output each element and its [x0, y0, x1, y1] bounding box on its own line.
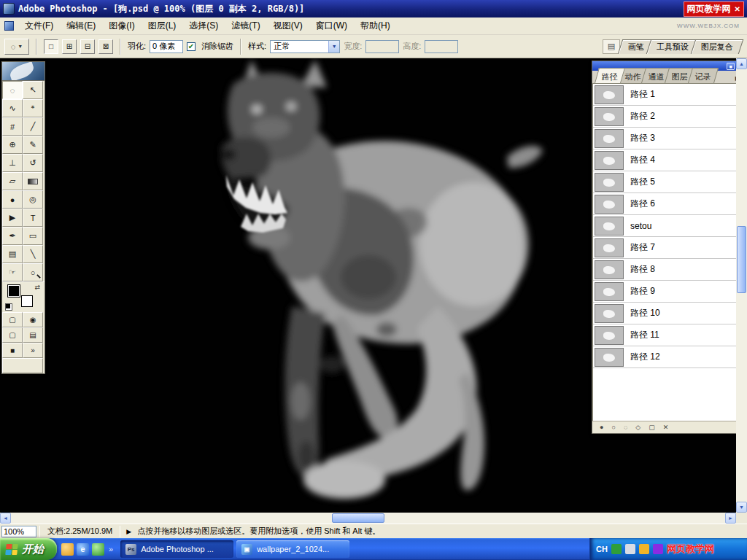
task-button-wallpaper[interactable]: ▣ wallpaper_2_1024... — [236, 540, 349, 558]
zoom-tool[interactable]: ○ — [23, 263, 43, 281]
screen-mode-fullscreen-button[interactable]: ■ — [2, 343, 23, 358]
scroll-right-icon[interactable]: ► — [725, 513, 736, 524]
menu-image[interactable]: 图像(I) — [102, 18, 141, 34]
antialias-checkbox[interactable]: ✔ — [187, 42, 196, 51]
start-button[interactable]: 开始 — [0, 538, 57, 560]
tab-paths[interactable]: 路径 — [595, 68, 625, 83]
tray-icon-network[interactable] — [653, 544, 663, 554]
path-item[interactable]: 路径 10 — [593, 303, 745, 324]
add-selection-button[interactable]: ⊞ — [62, 39, 77, 54]
default-colors-icon[interactable] — [5, 303, 12, 311]
scroll-down-icon[interactable]: ▼ — [736, 502, 747, 513]
gradient-tool[interactable] — [23, 172, 43, 190]
eraser-tool[interactable]: ▱ — [2, 172, 23, 190]
toolbox-header[interactable] — [2, 62, 44, 81]
slice-tool[interactable]: ╱ — [23, 117, 43, 136]
document-size-info[interactable]: 文档:2.25M/10.9M — [43, 526, 117, 537]
path-item[interactable]: setou — [593, 215, 745, 237]
path-item[interactable]: 路径 3 — [593, 128, 745, 149]
delete-path-icon[interactable]: ✕ — [663, 424, 669, 431]
vertical-scrollbar[interactable]: ▲ ▼ — [736, 58, 747, 513]
path-item[interactable]: 路径 11 — [593, 324, 745, 346]
language-indicator[interactable]: CH — [596, 545, 608, 553]
fill-path-icon[interactable]: ● — [600, 424, 603, 431]
scroll-left-icon[interactable]: ◄ — [0, 513, 11, 524]
subtract-selection-button[interactable]: ⊟ — [80, 39, 95, 54]
blur-tool[interactable]: ● — [2, 190, 23, 209]
move-tool[interactable]: ↖ — [23, 81, 43, 99]
horizontal-scroll-thumb[interactable] — [332, 513, 384, 523]
menu-help[interactable]: 帮助(H) — [354, 18, 397, 34]
path-item[interactable]: 路径 6 — [593, 193, 745, 215]
imageready-jump-wide-button[interactable] — [2, 358, 43, 373]
current-tool-preview[interactable]: ◌ ▼ — [4, 39, 29, 55]
menu-file[interactable]: 文件(F) — [18, 18, 60, 34]
screen-mode-menubar-button[interactable]: ▤ — [23, 327, 43, 343]
history-brush-tool[interactable]: ↺ — [23, 154, 43, 172]
foreground-color-swatch[interactable] — [8, 285, 20, 297]
tab-history[interactable]: 记录 — [688, 68, 719, 83]
tray-icon-shield[interactable] — [611, 544, 622, 554]
task-button-photoshop[interactable]: Ps Adobe Photoshop ... — [120, 540, 233, 558]
quick-mask-button[interactable]: ◉ — [23, 312, 43, 327]
screen-mode-standard-button[interactable]: ▢ — [2, 327, 23, 343]
quick-launch-icon-3[interactable] — [92, 543, 104, 556]
scroll-up-icon[interactable]: ▲ — [736, 58, 747, 69]
tray-icon-volume[interactable] — [625, 544, 635, 554]
shape-tool[interactable]: ▭ — [23, 227, 43, 245]
feather-input[interactable] — [150, 40, 183, 53]
menu-filter[interactable]: 滤镜(T) — [225, 18, 266, 34]
pen-tool[interactable]: ✒ — [2, 227, 23, 245]
elliptical-marquee-tool[interactable]: ◌ — [2, 81, 23, 99]
style-dropdown[interactable]: 正常 ▼ — [270, 40, 340, 53]
quick-launch-icon-1[interactable] — [61, 543, 74, 556]
width-input[interactable] — [365, 40, 399, 53]
path-item[interactable]: 路径 5 — [593, 171, 745, 193]
menu-view[interactable]: 视图(V) — [267, 18, 309, 34]
imageready-jump-button[interactable]: » — [23, 343, 43, 358]
path-item[interactable]: 路径 8 — [593, 259, 745, 281]
zoom-input[interactable] — [1, 526, 36, 537]
new-path-icon[interactable]: ▢ — [649, 424, 655, 431]
horizontal-scrollbar[interactable]: ◄ ► — [0, 513, 736, 524]
healing-brush-tool[interactable]: ⊕ — [2, 136, 23, 154]
eyedropper-tool[interactable]: ╲ — [23, 245, 43, 263]
clone-stamp-tool[interactable]: ⊥ — [2, 154, 23, 172]
load-selection-icon[interactable]: ◌ — [624, 424, 627, 431]
lasso-tool[interactable]: ∿ — [2, 99, 23, 117]
hand-tool[interactable]: ☞ — [2, 263, 23, 281]
path-item[interactable]: 路径 4 — [593, 149, 745, 171]
height-input[interactable] — [425, 40, 458, 53]
menu-window[interactable]: 窗口(W) — [309, 18, 354, 34]
path-item[interactable]: 路径 1 — [593, 84, 745, 106]
notes-tool[interactable]: ▤ — [2, 245, 23, 263]
palette-minimize-button[interactable]: ■ — [727, 63, 735, 70]
standard-mode-button[interactable]: ▢ — [2, 312, 23, 327]
stroke-path-icon[interactable]: ○ — [611, 424, 615, 431]
path-item[interactable]: 路径 7 — [593, 237, 745, 259]
path-item[interactable]: 路径 12 — [593, 346, 745, 368]
type-tool[interactable]: T — [23, 209, 43, 227]
brush-tool[interactable]: ✎ — [23, 136, 43, 154]
quick-launch-icon-2[interactable]: e — [77, 543, 89, 556]
crop-tool[interactable]: # — [2, 117, 23, 136]
work-path-icon[interactable]: ◇ — [635, 424, 640, 431]
file-browser-icon[interactable]: ▤ — [603, 39, 620, 54]
swap-colors-icon[interactable]: ⇄ — [34, 284, 40, 291]
quick-launch-chevron-icon[interactable]: » — [107, 545, 115, 553]
dodge-tool[interactable]: ◎ — [23, 190, 43, 209]
new-selection-button[interactable]: □ — [44, 39, 58, 54]
magic-wand-tool[interactable]: ＊ — [23, 99, 43, 117]
menu-layer[interactable]: 图层(L) — [142, 18, 183, 34]
path-selection-tool[interactable]: ▶ — [2, 209, 23, 227]
path-item[interactable]: 路径 2 — [593, 106, 745, 128]
intersect-selection-button[interactable]: ⊠ — [98, 39, 113, 54]
menu-select[interactable]: 选择(S) — [182, 18, 225, 34]
status-arrow-icon[interactable]: ▶ — [123, 528, 134, 535]
vertical-scroll-thumb[interactable] — [737, 226, 746, 293]
layer-comps-palette-tab[interactable]: 图层复合 — [691, 39, 743, 54]
tray-icon-update[interactable] — [639, 544, 649, 554]
background-color-swatch[interactable] — [21, 295, 33, 307]
path-item[interactable]: 路径 9 — [593, 281, 745, 303]
menu-edit[interactable]: 编辑(E) — [60, 18, 102, 34]
